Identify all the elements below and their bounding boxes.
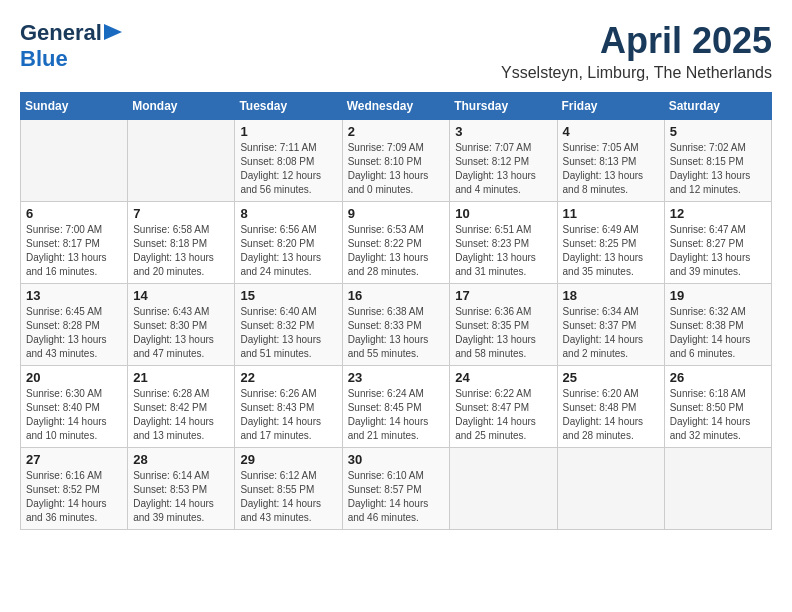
calendar-cell: 25Sunrise: 6:20 AM Sunset: 8:48 PM Dayli… [557, 366, 664, 448]
day-number: 28 [133, 452, 229, 467]
day-detail: Sunrise: 6:49 AM Sunset: 8:25 PM Dayligh… [563, 223, 659, 279]
calendar-cell: 5Sunrise: 7:02 AM Sunset: 8:15 PM Daylig… [664, 120, 771, 202]
day-detail: Sunrise: 6:40 AM Sunset: 8:32 PM Dayligh… [240, 305, 336, 361]
day-number: 14 [133, 288, 229, 303]
calendar-week-row: 6Sunrise: 7:00 AM Sunset: 8:17 PM Daylig… [21, 202, 772, 284]
calendar-cell: 19Sunrise: 6:32 AM Sunset: 8:38 PM Dayli… [664, 284, 771, 366]
day-detail: Sunrise: 6:47 AM Sunset: 8:27 PM Dayligh… [670, 223, 766, 279]
day-number: 29 [240, 452, 336, 467]
day-number: 30 [348, 452, 445, 467]
calendar-cell: 28Sunrise: 6:14 AM Sunset: 8:53 PM Dayli… [128, 448, 235, 530]
day-number: 23 [348, 370, 445, 385]
day-number: 10 [455, 206, 551, 221]
day-number: 27 [26, 452, 122, 467]
calendar-week-row: 13Sunrise: 6:45 AM Sunset: 8:28 PM Dayli… [21, 284, 772, 366]
day-detail: Sunrise: 6:24 AM Sunset: 8:45 PM Dayligh… [348, 387, 445, 443]
calendar-cell: 17Sunrise: 6:36 AM Sunset: 8:35 PM Dayli… [450, 284, 557, 366]
day-detail: Sunrise: 6:56 AM Sunset: 8:20 PM Dayligh… [240, 223, 336, 279]
day-detail: Sunrise: 6:53 AM Sunset: 8:22 PM Dayligh… [348, 223, 445, 279]
day-detail: Sunrise: 6:30 AM Sunset: 8:40 PM Dayligh… [26, 387, 122, 443]
day-number: 8 [240, 206, 336, 221]
calendar-cell: 21Sunrise: 6:28 AM Sunset: 8:42 PM Dayli… [128, 366, 235, 448]
calendar-cell: 8Sunrise: 6:56 AM Sunset: 8:20 PM Daylig… [235, 202, 342, 284]
calendar-cell: 27Sunrise: 6:16 AM Sunset: 8:52 PM Dayli… [21, 448, 128, 530]
day-of-week-header: Monday [128, 93, 235, 120]
day-detail: Sunrise: 7:11 AM Sunset: 8:08 PM Dayligh… [240, 141, 336, 197]
calendar-cell: 11Sunrise: 6:49 AM Sunset: 8:25 PM Dayli… [557, 202, 664, 284]
logo-arrow-icon [104, 24, 122, 40]
day-detail: Sunrise: 6:36 AM Sunset: 8:35 PM Dayligh… [455, 305, 551, 361]
day-number: 1 [240, 124, 336, 139]
calendar-cell: 12Sunrise: 6:47 AM Sunset: 8:27 PM Dayli… [664, 202, 771, 284]
day-detail: Sunrise: 6:12 AM Sunset: 8:55 PM Dayligh… [240, 469, 336, 525]
calendar-cell: 23Sunrise: 6:24 AM Sunset: 8:45 PM Dayli… [342, 366, 450, 448]
day-number: 6 [26, 206, 122, 221]
day-number: 21 [133, 370, 229, 385]
calendar-cell [21, 120, 128, 202]
calendar-cell: 14Sunrise: 6:43 AM Sunset: 8:30 PM Dayli… [128, 284, 235, 366]
day-number: 7 [133, 206, 229, 221]
calendar-cell: 6Sunrise: 7:00 AM Sunset: 8:17 PM Daylig… [21, 202, 128, 284]
day-number: 4 [563, 124, 659, 139]
day-of-week-header: Friday [557, 93, 664, 120]
calendar-cell: 26Sunrise: 6:18 AM Sunset: 8:50 PM Dayli… [664, 366, 771, 448]
calendar-header: SundayMondayTuesdayWednesdayThursdayFrid… [21, 93, 772, 120]
day-detail: Sunrise: 6:10 AM Sunset: 8:57 PM Dayligh… [348, 469, 445, 525]
day-number: 16 [348, 288, 445, 303]
calendar-cell: 15Sunrise: 6:40 AM Sunset: 8:32 PM Dayli… [235, 284, 342, 366]
day-detail: Sunrise: 6:18 AM Sunset: 8:50 PM Dayligh… [670, 387, 766, 443]
logo-blue: Blue [20, 46, 68, 72]
day-number: 12 [670, 206, 766, 221]
day-number: 11 [563, 206, 659, 221]
calendar-cell: 9Sunrise: 6:53 AM Sunset: 8:22 PM Daylig… [342, 202, 450, 284]
calendar-week-row: 27Sunrise: 6:16 AM Sunset: 8:52 PM Dayli… [21, 448, 772, 530]
day-number: 19 [670, 288, 766, 303]
calendar-cell: 7Sunrise: 6:58 AM Sunset: 8:18 PM Daylig… [128, 202, 235, 284]
day-of-week-header: Wednesday [342, 93, 450, 120]
page-header: General Blue April 2025 Ysselsteyn, Limb… [20, 20, 772, 82]
calendar-cell: 10Sunrise: 6:51 AM Sunset: 8:23 PM Dayli… [450, 202, 557, 284]
day-detail: Sunrise: 7:07 AM Sunset: 8:12 PM Dayligh… [455, 141, 551, 197]
day-detail: Sunrise: 7:00 AM Sunset: 8:17 PM Dayligh… [26, 223, 122, 279]
day-of-week-header: Thursday [450, 93, 557, 120]
logo-general: General [20, 20, 102, 46]
day-detail: Sunrise: 7:02 AM Sunset: 8:15 PM Dayligh… [670, 141, 766, 197]
month-title: April 2025 [501, 20, 772, 62]
day-detail: Sunrise: 7:05 AM Sunset: 8:13 PM Dayligh… [563, 141, 659, 197]
calendar-cell: 4Sunrise: 7:05 AM Sunset: 8:13 PM Daylig… [557, 120, 664, 202]
calendar-cell: 3Sunrise: 7:07 AM Sunset: 8:12 PM Daylig… [450, 120, 557, 202]
logo: General Blue [20, 20, 122, 72]
day-detail: Sunrise: 6:58 AM Sunset: 8:18 PM Dayligh… [133, 223, 229, 279]
day-of-week-header: Tuesday [235, 93, 342, 120]
day-detail: Sunrise: 6:16 AM Sunset: 8:52 PM Dayligh… [26, 469, 122, 525]
day-number: 2 [348, 124, 445, 139]
day-of-week-header: Sunday [21, 93, 128, 120]
day-detail: Sunrise: 7:09 AM Sunset: 8:10 PM Dayligh… [348, 141, 445, 197]
day-number: 9 [348, 206, 445, 221]
day-number: 13 [26, 288, 122, 303]
calendar-cell: 20Sunrise: 6:30 AM Sunset: 8:40 PM Dayli… [21, 366, 128, 448]
calendar-cell: 1Sunrise: 7:11 AM Sunset: 8:08 PM Daylig… [235, 120, 342, 202]
svg-marker-0 [104, 24, 122, 40]
calendar-cell: 22Sunrise: 6:26 AM Sunset: 8:43 PM Dayli… [235, 366, 342, 448]
day-number: 17 [455, 288, 551, 303]
day-detail: Sunrise: 6:22 AM Sunset: 8:47 PM Dayligh… [455, 387, 551, 443]
title-section: April 2025 Ysselsteyn, Limburg, The Neth… [501, 20, 772, 82]
calendar-cell: 2Sunrise: 7:09 AM Sunset: 8:10 PM Daylig… [342, 120, 450, 202]
calendar-week-row: 1Sunrise: 7:11 AM Sunset: 8:08 PM Daylig… [21, 120, 772, 202]
day-number: 24 [455, 370, 551, 385]
calendar-cell [557, 448, 664, 530]
day-number: 26 [670, 370, 766, 385]
day-detail: Sunrise: 6:20 AM Sunset: 8:48 PM Dayligh… [563, 387, 659, 443]
day-detail: Sunrise: 6:28 AM Sunset: 8:42 PM Dayligh… [133, 387, 229, 443]
calendar-cell: 30Sunrise: 6:10 AM Sunset: 8:57 PM Dayli… [342, 448, 450, 530]
day-number: 15 [240, 288, 336, 303]
day-detail: Sunrise: 6:43 AM Sunset: 8:30 PM Dayligh… [133, 305, 229, 361]
calendar-cell: 16Sunrise: 6:38 AM Sunset: 8:33 PM Dayli… [342, 284, 450, 366]
calendar-cell: 13Sunrise: 6:45 AM Sunset: 8:28 PM Dayli… [21, 284, 128, 366]
day-detail: Sunrise: 6:45 AM Sunset: 8:28 PM Dayligh… [26, 305, 122, 361]
day-number: 22 [240, 370, 336, 385]
day-detail: Sunrise: 6:51 AM Sunset: 8:23 PM Dayligh… [455, 223, 551, 279]
calendar-cell [664, 448, 771, 530]
calendar-cell: 24Sunrise: 6:22 AM Sunset: 8:47 PM Dayli… [450, 366, 557, 448]
